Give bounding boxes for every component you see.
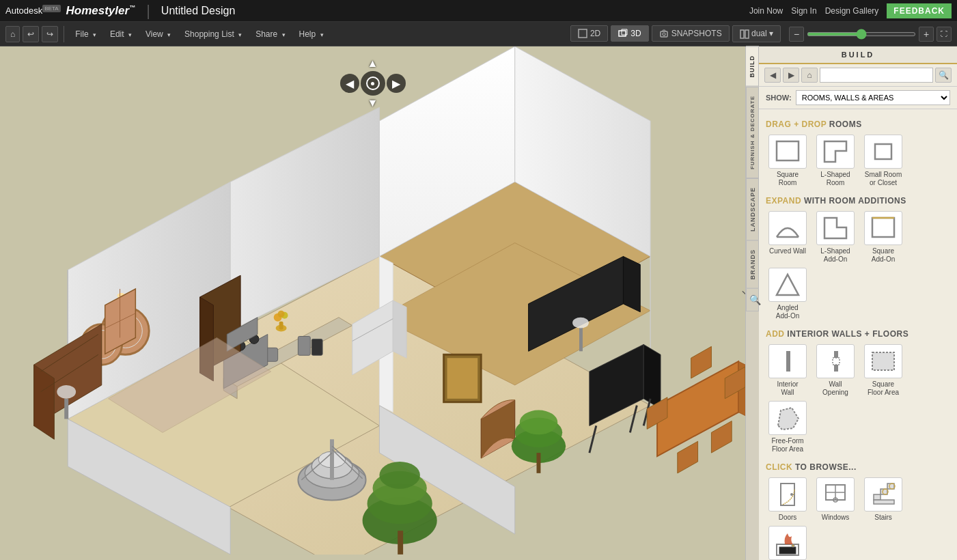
l-shaped-room-icon	[816, 135, 855, 169]
zoom-slider[interactable]	[807, 32, 916, 36]
right-panel: BUILD ◀ ▶ ⌂ 🔍 SHOW: ROOMS, WALLS & AREAS…	[759, 46, 957, 560]
svg-rect-37	[330, 439, 334, 480]
square-room-item[interactable]: SquareRoom	[766, 135, 809, 187]
tab-build[interactable]: BUILD	[746, 46, 759, 87]
shopping-list-menu[interactable]: Shopping List ▾	[179, 27, 247, 42]
show-label: SHOW:	[766, 94, 792, 102]
file-menu[interactable]: File ▾	[70, 27, 102, 42]
title-divider: |	[146, 2, 150, 20]
square-addon-item[interactable]: SquareAdd-On	[861, 211, 905, 264]
zoom-in-button[interactable]: +	[919, 27, 934, 42]
design-gallery-link[interactable]: Design Gallery	[825, 6, 879, 16]
wall-opening-icon	[816, 344, 855, 378]
freeform-floor-item[interactable]: Free-FormFloor Area	[766, 401, 809, 453]
snapshots-button[interactable]: SNAPSHOTS	[652, 25, 730, 42]
expand-section: EXPAND WITH ROOM ADDITIONS Curved Wall	[766, 195, 950, 320]
svg-rect-95	[875, 144, 891, 159]
panel-search-button[interactable]: 🔍	[935, 68, 952, 83]
fullscreen-button[interactable]: ⛶	[937, 27, 952, 42]
panel-nav: ◀ ▶ ⌂ 🔍	[759, 64, 957, 87]
windows-svg	[820, 479, 850, 509]
svg-point-56	[278, 311, 285, 318]
compass-up-arrow[interactable]: ▲	[367, 57, 378, 70]
dual-icon	[740, 29, 749, 39]
undo-button[interactable]: ↩	[23, 26, 39, 42]
redo-button[interactable]: ↪	[42, 26, 58, 42]
windows-label: Windows	[822, 514, 850, 522]
homestyler-logo: Homestyler™	[66, 4, 136, 18]
small-room-item[interactable]: Small Roomor Closet	[861, 135, 905, 187]
angled-addon-item[interactable]: AngledAdd-On	[766, 268, 809, 320]
fireplaces-item[interactable]: Fireplaces	[766, 526, 809, 560]
svg-rect-5	[740, 30, 744, 38]
interior-wall-icon	[768, 344, 807, 378]
doors-item[interactable]: Doors	[766, 477, 809, 522]
compass-down-arrow[interactable]: ▼	[367, 97, 378, 109]
drag-drop-section: DRAG + DROP ROOMS SquareRoom	[766, 119, 950, 187]
freeform-floor-icon	[768, 401, 807, 435]
stairs-label: Stairs	[874, 514, 892, 522]
drag-drop-title: DRAG + DROP ROOMS	[766, 119, 950, 129]
l-shaped-room-label: L-ShapedRoom	[820, 171, 850, 187]
windows-item[interactable]: Windows	[814, 477, 857, 522]
zoom-out-button[interactable]: −	[789, 27, 804, 42]
tab-landscape[interactable]: LANDSCAPE	[746, 178, 759, 240]
compass-center	[366, 76, 380, 90]
dual-button[interactable]: dual ▾	[732, 25, 781, 42]
interior-wall-label: InteriorWall	[777, 380, 798, 397]
angled-addon-icon	[768, 268, 807, 302]
svg-rect-117	[874, 500, 894, 504]
wall-opening-svg	[820, 348, 850, 374]
canvas-area[interactable]: ▲ ◀ ▶ ▼	[0, 46, 745, 560]
stairs-icon	[864, 477, 902, 512]
tab-search[interactable]: 🔍	[746, 288, 759, 311]
l-shaped-room-item[interactable]: L-ShapedRoom	[814, 135, 857, 187]
svg-marker-94	[824, 141, 846, 162]
svg-marker-2	[622, 29, 627, 35]
panel-search-input[interactable]	[820, 68, 933, 83]
tab-furnish-decorate[interactable]: FURNISH & DECORATE	[746, 87, 759, 178]
nav-compass: ▲ ◀ ▶ ▼	[346, 57, 400, 98]
square-floor-svg	[868, 348, 898, 374]
square-floor-item[interactable]: SquareFloor Area	[861, 344, 905, 397]
edit-menu[interactable]: Edit ▾	[105, 27, 137, 42]
show-select[interactable]: ROOMS, WALLS & AREAS ROOMS ONLY WALLS ON…	[796, 90, 950, 105]
stairs-item[interactable]: Stairs	[861, 477, 905, 522]
wall-opening-item[interactable]: WallOpening	[814, 344, 857, 397]
svg-rect-6	[745, 30, 749, 38]
nav-home-button[interactable]: ⌂	[801, 68, 818, 83]
browse-section: CLICK TO BROWSE... Doors	[766, 462, 950, 560]
build-tab-header: BUILD	[759, 46, 957, 64]
compass-right-button[interactable]: ▶	[387, 74, 406, 93]
svg-marker-47	[393, 300, 406, 358]
freeform-floor-label: Free-FormFloor Area	[771, 437, 803, 453]
curved-wall-label: Curved Wall	[769, 247, 806, 255]
interior-wall-item[interactable]: InteriorWall	[766, 344, 809, 397]
design-title: Untitled Design	[161, 5, 236, 17]
floor-plan-view[interactable]: Wall	[0, 46, 745, 555]
l-shaped-addon-item[interactable]: L-ShapedAdd-On	[814, 211, 857, 264]
browse-grid: Doors Windows	[766, 477, 950, 560]
svg-rect-98	[872, 218, 894, 237]
svg-rect-70	[447, 358, 478, 399]
angled-addon-svg	[773, 272, 803, 298]
expand-title: EXPAND WITH ROOM ADDITIONS	[766, 195, 950, 206]
tab-brands[interactable]: BRANDS	[746, 240, 759, 289]
feedback-button[interactable]: FEEDBACK	[887, 3, 952, 18]
view-menu[interactable]: View ▾	[140, 27, 176, 42]
compass-left-button[interactable]: ◀	[340, 74, 359, 93]
autodesk-logo: AutodeskBETA	[5, 5, 61, 16]
svg-point-108	[790, 493, 793, 496]
nav-forward-button[interactable]: ▶	[783, 68, 799, 83]
nav-back-button[interactable]: ◀	[764, 68, 781, 83]
2d-button[interactable]: 2D	[570, 25, 608, 42]
sign-in-link[interactable]: Sign In	[791, 6, 816, 16]
home-button[interactable]: ⌂	[5, 26, 20, 42]
panel-content: DRAG + DROP ROOMS SquareRoom	[759, 109, 957, 560]
3d-button[interactable]: 3D	[611, 25, 648, 42]
share-menu[interactable]: Share ▾	[250, 27, 290, 42]
curved-wall-item[interactable]: Curved Wall	[766, 211, 809, 264]
compass-dot	[371, 82, 374, 85]
help-menu[interactable]: Help ▾	[294, 27, 329, 42]
join-now-link[interactable]: Join Now	[749, 6, 783, 16]
